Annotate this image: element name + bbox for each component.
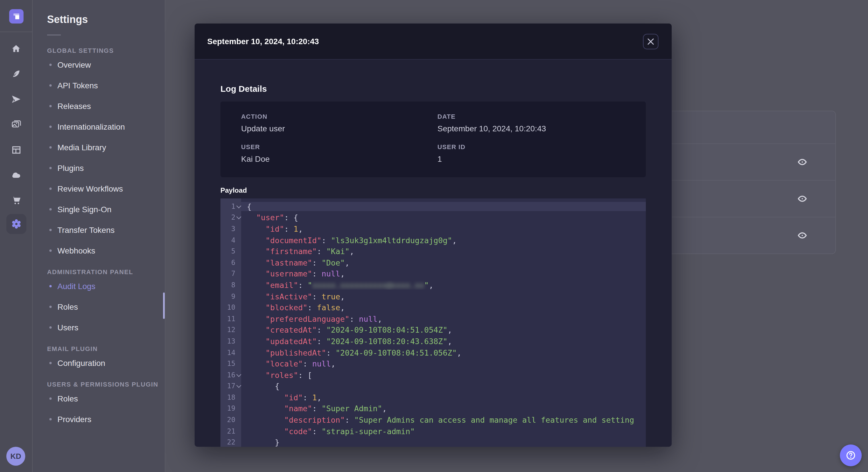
- fold-chevron-icon[interactable]: [237, 215, 241, 219]
- settings-nav-active[interactable]: [6, 214, 26, 234]
- nav-bullet: [50, 326, 52, 329]
- line-number: 2: [220, 214, 241, 222]
- sidebar-item-users[interactable]: Users: [33, 321, 165, 334]
- code-line-7: 7 "username": null,: [220, 268, 646, 279]
- sidebar-item-releases[interactable]: Releases: [33, 100, 165, 112]
- sidebar-item-roles[interactable]: Roles: [33, 392, 165, 405]
- line-number: 1: [220, 202, 241, 210]
- sidebar-item-providers[interactable]: Providers: [33, 413, 165, 426]
- code-text: "documentId": "ls3uk3g1xm4ltdrdugzajg0g"…: [241, 235, 646, 245]
- strapi-logo[interactable]: [9, 9, 24, 24]
- sidebar-item-webhooks[interactable]: Webhooks: [33, 244, 165, 257]
- view-log-eye-icon[interactable]: [797, 194, 807, 204]
- line-number: 4: [220, 236, 241, 244]
- subnav-title-divider: [47, 34, 61, 36]
- line-number: 11: [220, 314, 241, 323]
- log-details-heading: Log Details: [220, 84, 646, 94]
- line-number: 3: [220, 225, 241, 233]
- line-number: 13: [220, 337, 241, 345]
- view-log-eye-icon[interactable]: [797, 230, 807, 241]
- code-line-19: 19 "name": "Super Admin",: [220, 403, 646, 414]
- fold-chevron-icon[interactable]: [237, 372, 241, 376]
- code-line-11: 11 "preferedLanguage": null,: [220, 313, 646, 324]
- sidebar-item-roles[interactable]: Roles: [33, 301, 165, 313]
- sidebar-item-api-tokens[interactable]: API Tokens: [33, 79, 165, 92]
- code-line-6: 6 "lastname": "Doe",: [220, 257, 646, 268]
- nav-item-label: Roles: [57, 394, 78, 403]
- close-button[interactable]: [643, 34, 658, 49]
- code-text: "username": null,: [241, 269, 646, 278]
- payload-code-editor[interactable]: 1{2 "user": {3 "id": 1,4 "documentId": "…: [220, 198, 646, 447]
- action-label: ACTION: [241, 113, 437, 120]
- code-line-10: 10 "blocked": false,: [220, 302, 646, 313]
- sidebar-item-plugins[interactable]: Plugins: [33, 162, 165, 174]
- content-type-builder-icon[interactable]: [10, 68, 22, 80]
- nav-bullet: [50, 249, 52, 252]
- content-manager-icon[interactable]: [10, 144, 22, 156]
- view-log-eye-icon[interactable]: [797, 157, 807, 167]
- code-text: "publishedAt": "2024-09-10T08:04:51.056Z…: [241, 348, 646, 357]
- line-number: 17: [220, 382, 241, 390]
- sidebar-item-single-sign-on[interactable]: Single Sign-On: [33, 203, 165, 216]
- nav-bullet: [50, 84, 52, 87]
- userid-value: 1: [437, 154, 646, 164]
- code-text: "email": "xxxxx.xxxxxxxxxx@xxxx.xx",: [241, 280, 646, 290]
- line-number: 14: [220, 348, 241, 357]
- code-text: "updatedAt": "2024-09-10T08:20:43.638Z",: [241, 337, 646, 346]
- user-avatar[interactable]: KD: [6, 447, 25, 466]
- fold-chevron-icon[interactable]: [237, 384, 241, 387]
- modal-body: Log Details ACTION Update user DATE Sept…: [195, 84, 672, 447]
- sidebar-item-configuration[interactable]: Configuration: [33, 357, 165, 369]
- line-number: 7: [220, 270, 241, 278]
- payload-label: Payload: [220, 187, 646, 194]
- code-line-1: 1{: [220, 201, 646, 212]
- nav-item-label: Webhooks: [57, 246, 95, 255]
- releases-icon[interactable]: [10, 94, 22, 105]
- marketplace-icon[interactable]: [10, 194, 22, 206]
- sidebar-item-overview[interactable]: Overview: [33, 59, 165, 71]
- date-label: DATE: [437, 113, 646, 120]
- nav-item-label: Providers: [57, 415, 91, 424]
- nav-item-label: Media Library: [57, 143, 106, 152]
- nav-bullet: [50, 167, 52, 169]
- code-text: "createdAt": "2024-09-10T08:04:51.054Z",: [241, 326, 646, 335]
- sidebar-item-transfer-tokens[interactable]: Transfer Tokens: [33, 224, 165, 236]
- main-icon-sidebar: KD: [0, 0, 33, 472]
- code-text: "preferedLanguage": null,: [241, 314, 646, 323]
- media-library-icon[interactable]: [10, 119, 22, 130]
- subnav-scrollbar-thumb[interactable]: [163, 293, 165, 319]
- code-line-21: 21 "code": "strapi-super-admin": [220, 426, 646, 437]
- line-number: 5: [220, 247, 241, 255]
- sidebar-item-media-library[interactable]: Media Library: [33, 141, 165, 154]
- nav-item-label: Transfer Tokens: [57, 225, 115, 235]
- code-line-18: 18 "id": 1,: [220, 392, 646, 403]
- code-line-3: 3 "id": 1,: [220, 223, 646, 234]
- code-text: "code": "strapi-super-admin": [241, 427, 646, 436]
- action-value: Update user: [241, 124, 437, 133]
- sidebar-item-review-workflows[interactable]: Review Workflows: [33, 182, 165, 195]
- line-number: 22: [220, 438, 241, 446]
- nav-item-label: Single Sign-On: [57, 205, 112, 214]
- nav-bullet: [50, 188, 52, 190]
- sidebar-item-internationalization[interactable]: Internationalization: [33, 121, 165, 133]
- code-text: {: [241, 382, 646, 391]
- home-icon[interactable]: [10, 43, 22, 55]
- code-line-17: 17 {: [220, 380, 646, 392]
- code-line-2: 2 "user": {: [220, 212, 646, 223]
- user-value: Kai Doe: [241, 154, 437, 164]
- nav-item-label: Users: [57, 323, 79, 332]
- strapi-cloud-icon[interactable]: [10, 169, 22, 181]
- line-number: 21: [220, 427, 241, 435]
- nav-item-label: Roles: [57, 302, 78, 311]
- user-field: USER Kai Doe: [241, 143, 437, 166]
- sidebar-item-audit-logs[interactable]: Audit Logs: [33, 280, 165, 293]
- code-text: "id": 1,: [241, 393, 646, 402]
- fold-chevron-icon[interactable]: [237, 204, 241, 208]
- code-text: "roles": [: [241, 370, 646, 379]
- code-line-16: 16 "roles": [: [220, 369, 646, 380]
- code-text: "locale": null,: [241, 359, 646, 368]
- nav-item-label: Releases: [57, 102, 91, 111]
- nav-bullet: [50, 208, 52, 210]
- code-line-22: 22 }: [220, 437, 646, 447]
- help-button[interactable]: [840, 444, 862, 466]
